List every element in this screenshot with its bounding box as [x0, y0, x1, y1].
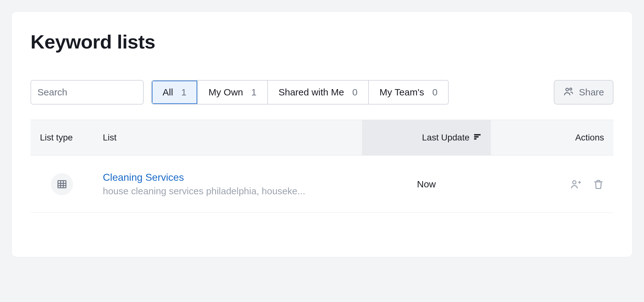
trash-icon[interactable]	[593, 179, 604, 190]
tab-count: 0	[352, 87, 358, 98]
search-box	[31, 80, 144, 105]
svg-rect-6	[474, 138, 476, 139]
search-input[interactable]	[31, 81, 144, 104]
list-type-icon	[51, 173, 73, 195]
tab-count: 0	[432, 87, 438, 98]
share-label: Share	[579, 87, 604, 98]
toolbar-spacer	[456, 80, 546, 105]
share-button[interactable]: Share	[554, 80, 613, 105]
cell-actions	[491, 179, 613, 190]
svg-rect-5	[474, 136, 478, 137]
add-user-icon[interactable]	[570, 179, 581, 190]
tab-count: 1	[181, 87, 186, 98]
tab-label: My Own	[208, 87, 243, 98]
list-subtitle: house cleaning services philadelphia, ho…	[103, 186, 353, 197]
tab-shared-with-me[interactable]: Shared with Me 0	[268, 81, 369, 104]
tab-my-teams[interactable]: My Team's 0	[369, 81, 448, 104]
filter-tabs: All 1 My Own 1 Shared with Me 0 My Team'…	[151, 80, 449, 105]
tab-label: My Team's	[380, 87, 424, 98]
keyword-lists-card: Keyword lists All 1 My Own 1 Sh	[11, 11, 633, 257]
tab-all[interactable]: All 1	[152, 81, 198, 104]
tab-count: 1	[251, 87, 257, 98]
cell-list-type	[31, 173, 93, 195]
page-title: Keyword lists	[31, 31, 613, 53]
tab-my-own[interactable]: My Own 1	[198, 81, 268, 104]
col-header-actions: Actions	[491, 120, 613, 155]
col-header-type[interactable]: List type	[31, 120, 93, 155]
cell-last-update: Now	[362, 179, 491, 190]
list-name-link[interactable]: Cleaning Services	[103, 172, 353, 183]
svg-rect-7	[58, 180, 66, 188]
people-icon	[563, 86, 574, 99]
tab-label: All	[163, 87, 173, 98]
svg-rect-4	[474, 134, 480, 135]
table-header: List type List Last Update Actions	[31, 120, 613, 156]
svg-point-2	[566, 88, 569, 91]
col-header-label: Last Update	[422, 133, 469, 143]
table-row: Cleaning Services house cleaning service…	[31, 156, 613, 213]
col-header-list[interactable]: List	[93, 120, 362, 155]
svg-point-3	[570, 88, 572, 90]
svg-point-12	[573, 180, 576, 184]
toolbar: All 1 My Own 1 Shared with Me 0 My Team'…	[31, 80, 613, 105]
keyword-lists-table: List type List Last Update Actions	[31, 120, 613, 213]
cell-list: Cleaning Services house cleaning service…	[93, 172, 362, 197]
sort-desc-icon	[473, 133, 481, 143]
col-header-last-update[interactable]: Last Update	[362, 120, 491, 155]
tab-label: Shared with Me	[279, 87, 344, 98]
